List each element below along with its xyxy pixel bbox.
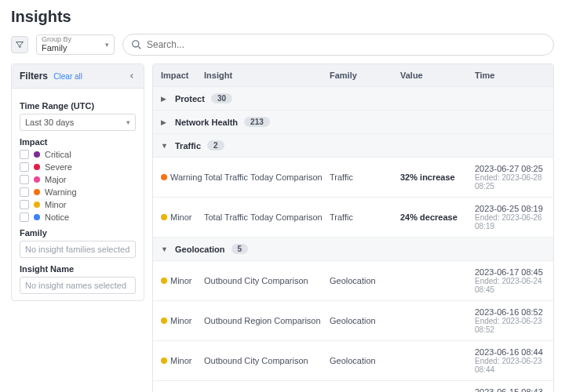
group-by-value: Family — [42, 43, 109, 53]
chevron-down-icon: ▼ — [161, 245, 169, 253]
row-family: Traffic — [330, 172, 400, 182]
row-value: 32% increase — [400, 172, 475, 182]
chevron-right-icon: ▶ — [161, 118, 169, 126]
table-row[interactable]: MinorOutbound Region ComparisonGeolocati… — [153, 300, 553, 340]
checkbox-icon — [20, 187, 29, 197]
impact-checkbox-minor[interactable]: Minor — [20, 200, 136, 209]
chevron-down-icon: ▾ — [105, 41, 109, 49]
impact-dot-icon — [161, 214, 167, 220]
impact-dot-icon — [34, 176, 40, 183]
group-count-badge: 213 — [244, 117, 270, 127]
group-name: Geolocation — [175, 245, 225, 254]
table-row[interactable]: MinorOutbound City ComparisonGeolocation… — [153, 260, 553, 300]
impact-dot-icon — [34, 201, 40, 208]
table-header: Impact Insight Family Value Time — [153, 64, 553, 86]
row-family: Geolocation — [330, 276, 400, 285]
row-family: Geolocation — [330, 356, 400, 365]
row-insight: Outbound Region Comparison — [204, 316, 330, 325]
row-impact: Minor — [170, 212, 192, 222]
impact-checkbox-label: Severe — [45, 162, 72, 172]
chevron-down-icon: ▾ — [126, 118, 130, 126]
checkbox-icon — [20, 212, 29, 222]
group-count-badge: 5 — [231, 244, 249, 254]
impact-checkbox-label: Minor — [45, 200, 67, 209]
group-name: Traffic — [175, 141, 201, 151]
row-impact: Warning — [170, 172, 202, 182]
row-insight: Total Traffic Today Comparison — [204, 172, 330, 182]
impact-checkbox-notice[interactable]: Notice — [20, 212, 136, 222]
checkbox-icon — [20, 162, 29, 172]
filters-heading: Filters — [20, 71, 48, 82]
filter-toggle-button[interactable] — [11, 36, 28, 53]
row-time-start: 2023-06-17 08:45 — [475, 267, 545, 277]
impact-dot-icon — [34, 214, 40, 220]
collapse-filters-button[interactable] — [128, 72, 136, 80]
row-insight: Outbound City Comparison — [204, 356, 330, 365]
row-insight: Outbound City Comparison — [204, 276, 330, 285]
time-range-value: Last 30 days — [25, 118, 74, 127]
table-row[interactable]: MinorOutbound City ComparisonGeolocation… — [153, 380, 553, 392]
chevron-right-icon: ▶ — [161, 95, 169, 103]
group-header[interactable]: ▼Traffic2 — [153, 133, 553, 157]
row-value: 24% decrease — [400, 212, 475, 222]
checkbox-icon — [20, 175, 29, 184]
impact-checkbox-label: Critical — [45, 150, 71, 159]
insight-name-label: Insight Name — [20, 264, 136, 274]
impact-dot-icon — [161, 174, 167, 180]
filters-panel: Filters Clear all Time Range (UTC) Last … — [11, 64, 144, 301]
row-family: Traffic — [330, 212, 400, 222]
checkbox-icon — [20, 200, 29, 209]
clear-all-link[interactable]: Clear all — [53, 72, 82, 81]
family-select[interactable]: No insight families selected — [20, 241, 136, 258]
col-header-value[interactable]: Value — [400, 71, 475, 80]
col-header-time[interactable]: Time — [475, 71, 545, 80]
row-time-start: 2023-06-27 08:25 — [475, 164, 545, 173]
search-icon — [131, 39, 142, 50]
col-header-family[interactable]: Family — [330, 71, 400, 80]
impact-checkbox-label: Warning — [45, 187, 77, 197]
row-time-start: 2023-06-15 08:43 — [475, 387, 545, 392]
impact-checkbox-critical[interactable]: Critical — [20, 150, 136, 159]
chevron-down-icon: ▼ — [161, 142, 169, 150]
time-range-select[interactable]: Last 30 days ▾ — [20, 114, 136, 131]
col-header-impact[interactable]: Impact — [161, 71, 204, 80]
group-by-label: Group By — [42, 36, 109, 43]
impact-dot-icon — [34, 164, 40, 170]
group-header[interactable]: ▶Protect30 — [153, 86, 553, 110]
impact-dot-icon — [34, 151, 40, 158]
page-title: Insights — [11, 8, 554, 26]
row-time-start: 2023-06-16 08:52 — [475, 307, 545, 317]
row-time-end: Ended: 2023-06-23 08:44 — [475, 357, 545, 374]
row-time-start: 2023-06-25 08:19 — [475, 204, 545, 213]
impact-checkbox-warning[interactable]: Warning — [20, 187, 136, 197]
checkbox-icon — [20, 150, 29, 159]
group-header[interactable]: ▶Network Health213 — [153, 110, 553, 133]
time-range-label: Time Range (UTC) — [20, 101, 136, 111]
row-time-end: Ended: 2023-06-24 08:45 — [475, 277, 545, 294]
insight-name-select[interactable]: No insight names selected — [20, 277, 136, 294]
row-time-start: 2023-06-16 08:44 — [475, 347, 545, 357]
group-by-select[interactable]: Group By Family ▾ — [36, 34, 115, 55]
col-header-insight[interactable]: Insight — [204, 71, 330, 80]
table-row[interactable]: MinorOutbound City ComparisonGeolocation… — [153, 340, 553, 380]
impact-dot-icon — [161, 358, 167, 364]
group-header[interactable]: ▼Geolocation5 — [153, 237, 553, 260]
search-input[interactable] — [147, 39, 545, 50]
row-time-end: Ended: 2023-06-23 08:52 — [475, 317, 545, 334]
family-label: Family — [20, 228, 136, 238]
search-box[interactable] — [122, 34, 554, 56]
row-impact: Minor — [170, 316, 192, 325]
impact-label: Impact — [20, 137, 136, 147]
table-row[interactable]: WarningTotal Traffic Today ComparisonTra… — [153, 157, 553, 197]
impact-checkbox-major[interactable]: Major — [20, 175, 136, 184]
row-time-end: Ended: 2023-06-26 08:19 — [475, 213, 545, 230]
impact-dot-icon — [34, 189, 40, 195]
impact-checkbox-severe[interactable]: Severe — [20, 162, 136, 172]
group-name: Protect — [175, 94, 205, 103]
filter-icon — [15, 40, 24, 49]
impact-checkbox-label: Major — [45, 175, 67, 184]
impact-dot-icon — [161, 278, 167, 284]
group-count-badge: 2 — [207, 140, 224, 151]
table-row[interactable]: MinorTotal Traffic Today ComparisonTraff… — [153, 197, 553, 237]
insights-table: Impact Insight Family Value Time ▶Protec… — [152, 64, 554, 392]
